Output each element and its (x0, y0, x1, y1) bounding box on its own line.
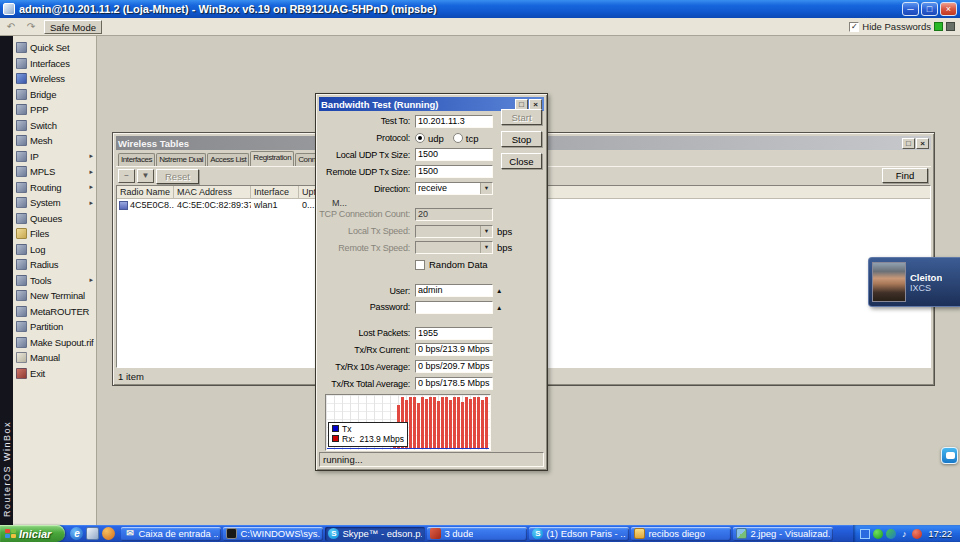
sidebar-item-routing[interactable]: Routing▸ (13, 180, 96, 196)
rx-bar (477, 397, 480, 449)
mesh-icon (16, 135, 27, 146)
taskbar-button-caixa-de-entrada[interactable]: ✉Caixa de entrada ... (121, 527, 221, 541)
filter-button[interactable]: ▼ (137, 169, 154, 183)
window-titlebar[interactable]: admin@10.201.11.2 (Loja-Mhnet) - WinBox … (0, 0, 960, 18)
stop-button[interactable]: Stop (501, 131, 542, 147)
field-up-icon[interactable]: ▲ (496, 287, 502, 294)
tray-icons: ♪ (860, 529, 922, 539)
tray-skype-icon[interactable] (873, 529, 883, 539)
field-label: Tx/Rx 10s Average: (319, 362, 415, 372)
wireless-maximize-button[interactable]: □ (902, 138, 915, 149)
udp-radio[interactable] (415, 133, 425, 143)
taskbar: Iniciar e ✉Caixa de entrada ...C:\WINDOW… (0, 525, 960, 542)
random-data-checkbox[interactable] (415, 260, 425, 270)
sidebar-item-make-supout-rif[interactable]: Make Supout.rif (13, 335, 96, 351)
row-tx-rx-current: Tx/Rx Current:0 bps/213.9 Mbps (319, 342, 544, 359)
media-player-icon[interactable] (102, 527, 115, 540)
taskbar-button-skype-edson-p[interactable]: SSkype™ - edson.p... (325, 527, 425, 541)
sidebar-item-partition[interactable]: Partition (13, 319, 96, 335)
tcp-radio[interactable] (453, 133, 463, 143)
taskbar-button-recibos-diego[interactable]: recibos diego (631, 527, 731, 541)
undo-button[interactable]: ↶ (2, 20, 20, 34)
sidebar-item-wireless[interactable]: Wireless (13, 71, 96, 87)
sidebar-item-mesh[interactable]: Mesh (13, 133, 96, 149)
start-button-label: Iniciar (19, 528, 51, 540)
sidebar-item-log[interactable]: Log (13, 242, 96, 258)
sidebar-item-bridge[interactable]: Bridge (13, 87, 96, 103)
sidebar-item-label: PPP (30, 104, 48, 115)
field-label: Remote Tx Speed: (319, 243, 415, 253)
remove-entry-button[interactable]: − (118, 169, 135, 183)
local-tx-speed-combo[interactable]: ▼ (415, 225, 493, 238)
taskbar-button-3-dude[interactable]: 3 dude (427, 527, 527, 541)
sidebar-item-queues[interactable]: Queues (13, 211, 96, 227)
clock[interactable]: 17:22 (928, 528, 952, 539)
row-tcp-connection-count: TCP Connection Count:20 (319, 206, 544, 223)
maximize-button[interactable]: □ (921, 2, 938, 16)
field-up-icon[interactable]: ▲ (496, 304, 502, 311)
sidebar-item-quick-set[interactable]: Quick Set (13, 40, 96, 56)
taskbar-button-2-jpeg-visualizad[interactable]: 2.jpeg - Visualizad... (733, 527, 833, 541)
dialog-close-button[interactable]: × (529, 99, 542, 110)
tray-blue-icon[interactable] (860, 529, 870, 539)
sidebar-item-system[interactable]: System▸ (13, 195, 96, 211)
sidebar-item-ppp[interactable]: PPP (13, 102, 96, 118)
close-button[interactable]: × (940, 2, 957, 16)
redo-button[interactable]: ↷ (22, 20, 40, 34)
taskbar-button-label: (1) Edson Paris - ... (546, 528, 626, 539)
taskbar-button-c-windows-sys[interactable]: C:\WINDOWS\sys... (223, 527, 323, 541)
switch-icon (16, 120, 27, 131)
column-header-radio-name[interactable]: Radio Name (117, 186, 174, 198)
tray-red-icon[interactable] (912, 529, 922, 539)
sidebar-item-exit[interactable]: Exit (13, 366, 96, 382)
tray-volume-icon[interactable]: ♪ (899, 529, 909, 539)
field-label: User: (319, 286, 415, 296)
field-label: Local Tx Speed: (319, 226, 415, 236)
routeros-brand-text: RouterOS WinBox (2, 421, 12, 517)
sidebar-item-new-terminal[interactable]: New Terminal (13, 288, 96, 304)
reset-button[interactable]: Reset (156, 169, 199, 184)
test-to-field[interactable]: 10.201.11.3 (415, 115, 493, 128)
sidebar-item-mpls[interactable]: MPLS▸ (13, 164, 96, 180)
start-button[interactable]: Start (501, 109, 542, 125)
column-header-interface[interactable]: Interface (251, 186, 299, 198)
dialog-maximize-button[interactable]: □ (515, 99, 528, 110)
show-desktop-icon[interactable] (86, 527, 99, 540)
start-button[interactable]: Iniciar (0, 525, 65, 542)
sidebar-item-label: Bridge (30, 89, 56, 100)
skype-contact-popup[interactable]: Cleiton IXCS (868, 257, 960, 307)
password-field[interactable] (415, 301, 493, 314)
submenu-arrow-icon: ▸ (89, 168, 96, 176)
taskbar-button-1-edson-paris[interactable]: S(1) Edson Paris - ... (529, 527, 629, 541)
remote-udp-tx-size-field[interactable]: 1500 (415, 165, 493, 178)
tab-registration[interactable]: Registration (250, 151, 294, 166)
local-udp-tx-size-field[interactable]: 1500 (415, 148, 493, 161)
rx-bar (485, 397, 488, 449)
hide-passwords-checkbox[interactable]: ✓ (849, 22, 859, 32)
sidebar-item-switch[interactable]: Switch (13, 118, 96, 134)
user-field[interactable]: admin (415, 284, 493, 297)
sidebar-item-ip[interactable]: IP▸ (13, 149, 96, 165)
column-header-mac-address[interactable]: MAC Address (174, 186, 251, 198)
tab-interfaces[interactable]: Interfaces (118, 153, 155, 166)
chat-bubble-icon[interactable] (941, 447, 958, 464)
sidebar-item-radius[interactable]: Radius (13, 257, 96, 273)
tab-access-list[interactable]: Access List (207, 153, 249, 166)
safe-mode-button[interactable]: Safe Mode (44, 20, 102, 34)
sidebar-item-interfaces[interactable]: Interfaces (13, 56, 96, 72)
sidebar-item-metarouter[interactable]: MetaROUTER (13, 304, 96, 320)
direction-combo[interactable]: receive▼ (415, 182, 493, 195)
sidebar-item-files[interactable]: Files (13, 226, 96, 242)
minimize-button[interactable]: ─ (902, 2, 919, 16)
sidebar-item-tools[interactable]: Tools▸ (13, 273, 96, 289)
close-dialog-button[interactable]: Close (501, 153, 542, 169)
internet-explorer-icon[interactable]: e (70, 527, 83, 540)
hide-passwords-label: Hide Passwords (862, 21, 931, 32)
tx-rx-current-field: 0 bps/213.9 Mbps (415, 343, 493, 356)
sidebar-item-manual[interactable]: Manual (13, 350, 96, 366)
tab-nstreme-dual[interactable]: Nstreme Dual (156, 153, 206, 166)
find-button[interactable]: Find (882, 168, 928, 183)
tray-msn-icon[interactable] (886, 529, 896, 539)
wireless-close-button[interactable]: × (916, 138, 929, 149)
remote-tx-speed-combo[interactable]: ▼ (415, 241, 493, 254)
